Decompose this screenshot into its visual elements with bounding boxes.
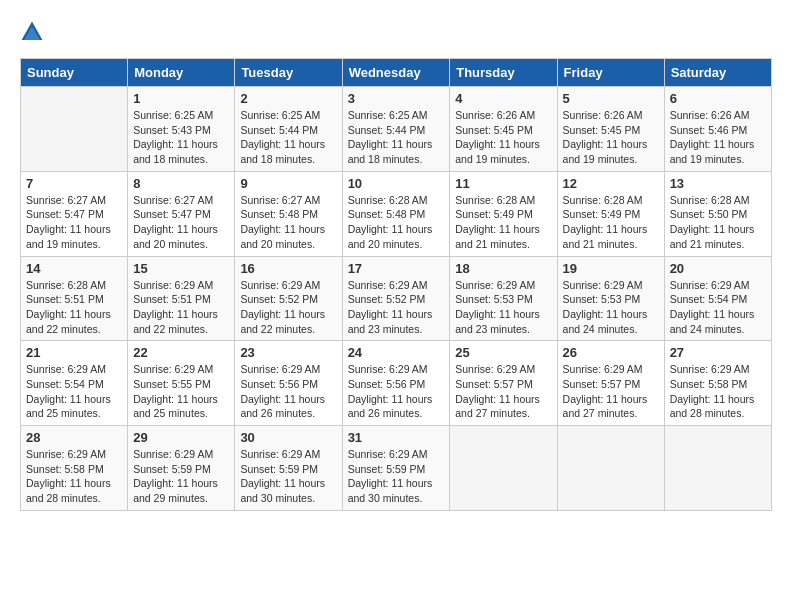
day-number: 8	[133, 176, 229, 191]
day-number: 17	[348, 261, 445, 276]
day-detail: Sunrise: 6:29 AMSunset: 5:57 PMDaylight:…	[455, 362, 551, 421]
day-cell: 3Sunrise: 6:25 AMSunset: 5:44 PMDaylight…	[342, 87, 450, 172]
day-detail: Sunrise: 6:28 AMSunset: 5:49 PMDaylight:…	[563, 193, 659, 252]
day-number: 28	[26, 430, 122, 445]
day-detail: Sunrise: 6:29 AMSunset: 5:58 PMDaylight:…	[670, 362, 766, 421]
day-number: 11	[455, 176, 551, 191]
day-cell	[450, 426, 557, 511]
day-cell: 5Sunrise: 6:26 AMSunset: 5:45 PMDaylight…	[557, 87, 664, 172]
day-cell: 12Sunrise: 6:28 AMSunset: 5:49 PMDayligh…	[557, 171, 664, 256]
page-header	[20, 20, 772, 48]
day-detail: Sunrise: 6:28 AMSunset: 5:51 PMDaylight:…	[26, 278, 122, 337]
day-cell: 16Sunrise: 6:29 AMSunset: 5:52 PMDayligh…	[235, 256, 342, 341]
day-detail: Sunrise: 6:25 AMSunset: 5:44 PMDaylight:…	[240, 108, 336, 167]
day-number: 25	[455, 345, 551, 360]
day-number: 27	[670, 345, 766, 360]
day-number: 2	[240, 91, 336, 106]
day-cell: 13Sunrise: 6:28 AMSunset: 5:50 PMDayligh…	[664, 171, 771, 256]
day-detail: Sunrise: 6:29 AMSunset: 5:58 PMDaylight:…	[26, 447, 122, 506]
day-cell: 31Sunrise: 6:29 AMSunset: 5:59 PMDayligh…	[342, 426, 450, 511]
day-number: 23	[240, 345, 336, 360]
day-cell: 14Sunrise: 6:28 AMSunset: 5:51 PMDayligh…	[21, 256, 128, 341]
logo-icon	[20, 20, 44, 44]
col-header-sunday: Sunday	[21, 59, 128, 87]
day-cell: 30Sunrise: 6:29 AMSunset: 5:59 PMDayligh…	[235, 426, 342, 511]
day-cell: 18Sunrise: 6:29 AMSunset: 5:53 PMDayligh…	[450, 256, 557, 341]
day-detail: Sunrise: 6:28 AMSunset: 5:50 PMDaylight:…	[670, 193, 766, 252]
day-number: 30	[240, 430, 336, 445]
day-detail: Sunrise: 6:28 AMSunset: 5:49 PMDaylight:…	[455, 193, 551, 252]
day-cell: 23Sunrise: 6:29 AMSunset: 5:56 PMDayligh…	[235, 341, 342, 426]
day-cell: 10Sunrise: 6:28 AMSunset: 5:48 PMDayligh…	[342, 171, 450, 256]
day-cell: 4Sunrise: 6:26 AMSunset: 5:45 PMDaylight…	[450, 87, 557, 172]
day-cell: 6Sunrise: 6:26 AMSunset: 5:46 PMDaylight…	[664, 87, 771, 172]
day-detail: Sunrise: 6:29 AMSunset: 5:55 PMDaylight:…	[133, 362, 229, 421]
day-cell	[557, 426, 664, 511]
day-detail: Sunrise: 6:29 AMSunset: 5:56 PMDaylight:…	[348, 362, 445, 421]
col-header-monday: Monday	[128, 59, 235, 87]
day-detail: Sunrise: 6:26 AMSunset: 5:45 PMDaylight:…	[455, 108, 551, 167]
day-cell: 17Sunrise: 6:29 AMSunset: 5:52 PMDayligh…	[342, 256, 450, 341]
day-cell: 19Sunrise: 6:29 AMSunset: 5:53 PMDayligh…	[557, 256, 664, 341]
day-number: 16	[240, 261, 336, 276]
day-number: 31	[348, 430, 445, 445]
day-detail: Sunrise: 6:29 AMSunset: 5:52 PMDaylight:…	[348, 278, 445, 337]
day-number: 21	[26, 345, 122, 360]
day-cell: 29Sunrise: 6:29 AMSunset: 5:59 PMDayligh…	[128, 426, 235, 511]
day-cell: 22Sunrise: 6:29 AMSunset: 5:55 PMDayligh…	[128, 341, 235, 426]
day-detail: Sunrise: 6:29 AMSunset: 5:59 PMDaylight:…	[348, 447, 445, 506]
day-detail: Sunrise: 6:29 AMSunset: 5:53 PMDaylight:…	[563, 278, 659, 337]
day-cell: 8Sunrise: 6:27 AMSunset: 5:47 PMDaylight…	[128, 171, 235, 256]
day-number: 24	[348, 345, 445, 360]
day-detail: Sunrise: 6:29 AMSunset: 5:51 PMDaylight:…	[133, 278, 229, 337]
week-row-1: 1Sunrise: 6:25 AMSunset: 5:43 PMDaylight…	[21, 87, 772, 172]
day-number: 1	[133, 91, 229, 106]
day-cell: 2Sunrise: 6:25 AMSunset: 5:44 PMDaylight…	[235, 87, 342, 172]
day-number: 3	[348, 91, 445, 106]
day-detail: Sunrise: 6:27 AMSunset: 5:47 PMDaylight:…	[133, 193, 229, 252]
day-number: 13	[670, 176, 766, 191]
day-cell: 1Sunrise: 6:25 AMSunset: 5:43 PMDaylight…	[128, 87, 235, 172]
day-number: 29	[133, 430, 229, 445]
day-cell: 7Sunrise: 6:27 AMSunset: 5:47 PMDaylight…	[21, 171, 128, 256]
day-number: 12	[563, 176, 659, 191]
day-cell: 27Sunrise: 6:29 AMSunset: 5:58 PMDayligh…	[664, 341, 771, 426]
day-number: 10	[348, 176, 445, 191]
day-cell	[21, 87, 128, 172]
day-detail: Sunrise: 6:29 AMSunset: 5:54 PMDaylight:…	[670, 278, 766, 337]
day-number: 6	[670, 91, 766, 106]
day-number: 14	[26, 261, 122, 276]
day-detail: Sunrise: 6:29 AMSunset: 5:57 PMDaylight:…	[563, 362, 659, 421]
col-header-wednesday: Wednesday	[342, 59, 450, 87]
day-number: 15	[133, 261, 229, 276]
day-detail: Sunrise: 6:29 AMSunset: 5:56 PMDaylight:…	[240, 362, 336, 421]
day-cell: 24Sunrise: 6:29 AMSunset: 5:56 PMDayligh…	[342, 341, 450, 426]
day-cell: 11Sunrise: 6:28 AMSunset: 5:49 PMDayligh…	[450, 171, 557, 256]
day-number: 19	[563, 261, 659, 276]
col-header-tuesday: Tuesday	[235, 59, 342, 87]
day-cell: 21Sunrise: 6:29 AMSunset: 5:54 PMDayligh…	[21, 341, 128, 426]
calendar-table: SundayMondayTuesdayWednesdayThursdayFrid…	[20, 58, 772, 511]
day-number: 5	[563, 91, 659, 106]
day-detail: Sunrise: 6:26 AMSunset: 5:45 PMDaylight:…	[563, 108, 659, 167]
day-detail: Sunrise: 6:29 AMSunset: 5:59 PMDaylight:…	[133, 447, 229, 506]
day-cell: 9Sunrise: 6:27 AMSunset: 5:48 PMDaylight…	[235, 171, 342, 256]
day-number: 20	[670, 261, 766, 276]
day-detail: Sunrise: 6:28 AMSunset: 5:48 PMDaylight:…	[348, 193, 445, 252]
week-row-2: 7Sunrise: 6:27 AMSunset: 5:47 PMDaylight…	[21, 171, 772, 256]
day-cell: 26Sunrise: 6:29 AMSunset: 5:57 PMDayligh…	[557, 341, 664, 426]
col-header-saturday: Saturday	[664, 59, 771, 87]
day-detail: Sunrise: 6:26 AMSunset: 5:46 PMDaylight:…	[670, 108, 766, 167]
col-header-friday: Friday	[557, 59, 664, 87]
day-cell: 25Sunrise: 6:29 AMSunset: 5:57 PMDayligh…	[450, 341, 557, 426]
week-row-5: 28Sunrise: 6:29 AMSunset: 5:58 PMDayligh…	[21, 426, 772, 511]
logo	[20, 20, 48, 48]
day-detail: Sunrise: 6:29 AMSunset: 5:54 PMDaylight:…	[26, 362, 122, 421]
day-cell: 28Sunrise: 6:29 AMSunset: 5:58 PMDayligh…	[21, 426, 128, 511]
day-detail: Sunrise: 6:27 AMSunset: 5:47 PMDaylight:…	[26, 193, 122, 252]
day-cell: 20Sunrise: 6:29 AMSunset: 5:54 PMDayligh…	[664, 256, 771, 341]
week-row-3: 14Sunrise: 6:28 AMSunset: 5:51 PMDayligh…	[21, 256, 772, 341]
day-detail: Sunrise: 6:25 AMSunset: 5:43 PMDaylight:…	[133, 108, 229, 167]
day-number: 22	[133, 345, 229, 360]
day-number: 4	[455, 91, 551, 106]
